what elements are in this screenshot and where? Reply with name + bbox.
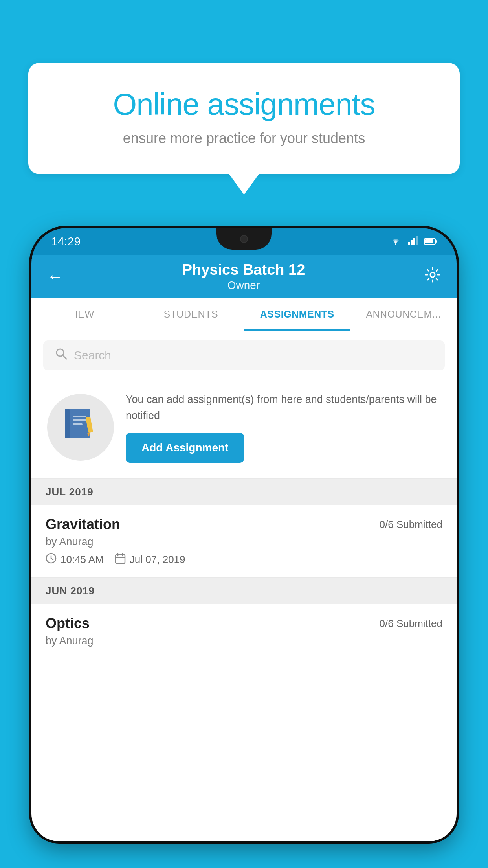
promo-icon-circle (47, 394, 114, 461)
promo-description: You can add assignment(s) from here and … (126, 392, 441, 423)
phone-notch (216, 228, 272, 250)
assignment-author: by Anurag (46, 536, 442, 548)
back-button[interactable]: ← (47, 268, 63, 285)
screen-content: Search (31, 331, 457, 841)
app-header: ← Physics Batch 12 Owner (31, 255, 457, 298)
svg-rect-6 (435, 240, 437, 243)
header-title-block: Physics Batch 12 Owner (182, 261, 305, 292)
svg-rect-15 (73, 423, 83, 425)
svg-rect-4 (416, 236, 418, 245)
search-icon (55, 348, 68, 363)
calendar-icon (115, 553, 126, 566)
status-time: 14:29 (51, 235, 81, 248)
speech-bubble: Online assignments ensure more practice … (28, 63, 460, 174)
section-header-jun: JUN 2019 (31, 578, 457, 604)
assignment-submitted: 0/6 Submitted (380, 615, 442, 630)
search-placeholder: Search (74, 349, 111, 362)
assignment-author: by Anurag (46, 635, 442, 647)
notebook-icon (63, 406, 98, 449)
date-badge: Jul 07, 2019 (115, 553, 185, 566)
table-row[interactable]: Gravitation 0/6 Submitted by Anurag (31, 505, 457, 578)
batch-title: Physics Batch 12 (182, 261, 305, 278)
search-bar: Search (31, 331, 457, 380)
status-icons (390, 235, 437, 248)
svg-rect-3 (413, 238, 415, 245)
assignment-name: Gravitation (46, 516, 120, 533)
svg-line-20 (51, 558, 53, 560)
speech-bubble-container: Online assignments ensure more practice … (28, 63, 460, 174)
time-badge: 10:45 AM (46, 553, 104, 566)
batch-subtitle: Owner (182, 279, 305, 292)
tab-students[interactable]: STUDENTS (138, 298, 244, 331)
tab-announcements[interactable]: ANNOUNCEM... (350, 298, 457, 331)
phone-container: 14:29 (31, 228, 457, 868)
bubble-subtitle: ensure more practice for your students (60, 130, 428, 147)
svg-rect-14 (73, 419, 86, 421)
assignment-row1: Gravitation 0/6 Submitted (46, 516, 442, 533)
tab-iew[interactable]: IEW (31, 298, 138, 331)
svg-rect-21 (116, 555, 125, 563)
promo-card: You can add assignment(s) from here and … (31, 380, 457, 479)
tabs-bar: IEW STUDENTS ASSIGNMENTS ANNOUNCEM... (31, 298, 457, 331)
svg-point-8 (430, 272, 435, 277)
svg-point-0 (395, 243, 396, 245)
svg-rect-7 (425, 239, 433, 243)
assignment-meta: 10:45 AM Jul 07, 2019 (46, 553, 442, 566)
svg-rect-12 (65, 409, 70, 438)
table-row[interactable]: Optics 0/6 Submitted by Anurag (31, 604, 457, 663)
clock-icon (46, 553, 57, 566)
svg-rect-1 (408, 242, 410, 245)
svg-rect-2 (411, 240, 413, 245)
section-header-jul: JUL 2019 (31, 479, 457, 505)
phone-body: 14:29 (31, 228, 457, 841)
bubble-title: Online assignments (60, 86, 428, 122)
svg-rect-13 (73, 416, 86, 417)
camera (240, 235, 248, 243)
assignment-date: Jul 07, 2019 (130, 554, 185, 566)
battery-icon (424, 235, 437, 248)
assignment-submitted: 0/6 Submitted (380, 516, 442, 531)
settings-icon[interactable] (424, 267, 441, 287)
promo-text-block: You can add assignment(s) from here and … (126, 392, 441, 463)
assignment-name: Optics (46, 615, 90, 632)
assignment-row1: Optics 0/6 Submitted (46, 615, 442, 632)
search-input-wrap[interactable]: Search (43, 340, 445, 370)
tab-assignments[interactable]: ASSIGNMENTS (244, 298, 350, 331)
assignment-time: 10:45 AM (61, 554, 104, 566)
add-assignment-button[interactable]: Add Assignment (126, 433, 244, 463)
svg-line-10 (63, 355, 66, 359)
wifi-icon (390, 235, 402, 248)
signal-icon (408, 235, 418, 248)
